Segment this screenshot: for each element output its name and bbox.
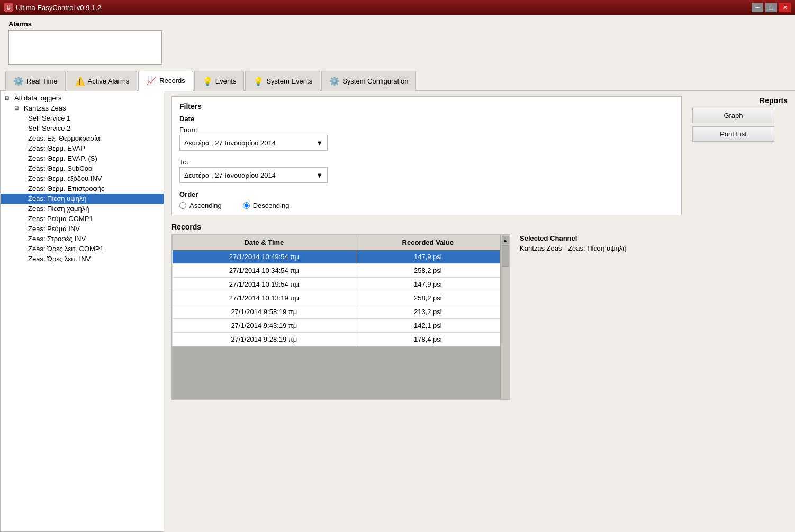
tree-therm-evap[interactable]: Zeas: Θερμ. EVAP — [1, 143, 164, 153]
tab-realtime-label: Real Time — [26, 77, 58, 85]
tree-therm-evaps[interactable]: Zeas: Θερμ. EVAP. (S) — [1, 153, 164, 163]
tab-systemevents[interactable]: 💡 System Events — [245, 71, 320, 91]
order-radio-group: Ascending Descending — [179, 201, 674, 209]
tree-kantzas-zeas[interactable]: ⊟ Kantzas Zeas — [1, 103, 164, 113]
tab-events[interactable]: 💡 Events — [194, 71, 245, 91]
right-panel: Filters Date From: Δευτέρα , 27 Ιανουαρί… — [164, 91, 795, 532]
date-label: Date — [179, 115, 674, 123]
app-icon: U — [4, 3, 13, 12]
records-section: Records Date & Time Recorded Value — [171, 223, 788, 400]
tree-strofes-inv[interactable]: Zeas: Στροφές INV — [1, 234, 164, 244]
tree-therm-evap-label: Zeas: Θερμ. EVAP — [28, 144, 85, 152]
systemconfig-icon: ⚙️ — [329, 76, 340, 86]
tree-therm-subcool[interactable]: Zeas: Θερμ. SubCool — [1, 163, 164, 173]
tree-selfservice1[interactable]: Self Service 1 — [1, 113, 164, 123]
table-row[interactable]: 27/1/2014 9:28:19 πμ 178,4 psi — [173, 333, 500, 346]
main-window: Alarms ⚙️ Real Time ⚠️ Active Alarms 📈 R… — [0, 15, 795, 532]
main-body: ⊟ All data loggers ⊟ Kantzas Zeas Self S… — [0, 91, 795, 532]
tab-systemconfig[interactable]: ⚙️ System Configuration — [321, 71, 416, 91]
tree-piesi-xamili-label: Zeas: Πίεση χαμηλή — [28, 205, 89, 213]
table-row[interactable]: 27/1/2014 9:43:19 πμ 142,1 psi — [173, 319, 500, 333]
tree-revma-inv[interactable]: Zeas: Ρεύμα INV — [1, 224, 164, 234]
table-row[interactable]: 27/1/2014 10:13:19 πμ 258,2 psi — [173, 291, 500, 305]
from-label: From: — [179, 126, 674, 134]
table-wrapper: Date & Time Recorded Value 27/1/2014 10:… — [171, 234, 510, 400]
cell-datetime: 27/1/2014 10:19:54 πμ — [173, 278, 356, 291]
from-dropdown[interactable]: Δευτέρα , 27 Ιανουαρίου 2014 ▼ Δευτέρα ,… — [179, 135, 328, 151]
table-scrollbar[interactable]: ▲ — [500, 235, 510, 399]
table-row[interactable]: 27/1/2014 9:58:19 πμ 213,2 psi — [173, 305, 500, 319]
tree-selfservice2-label: Self Service 2 — [28, 124, 70, 132]
app-title: Ultima EasyControl v0.9.1.2 — [16, 4, 101, 12]
events-icon: 💡 — [202, 76, 213, 86]
table-row[interactable]: 27/1/2014 10:49:54 πμ 147,9 psi — [173, 250, 500, 264]
table-row[interactable]: 27/1/2014 10:34:54 πμ 258,2 psi — [173, 264, 500, 278]
tab-realtime[interactable]: ⚙️ Real Time — [5, 71, 66, 91]
table-row[interactable]: 27/1/2014 10:19:54 πμ 147,9 psi — [173, 278, 500, 291]
descending-label: Descending — [253, 201, 290, 209]
cell-value: 178,4 psi — [356, 333, 500, 346]
tab-activealarms[interactable]: ⚠️ Active Alarms — [67, 71, 138, 91]
selected-channel-label: Selected Channel — [520, 234, 626, 242]
tab-systemconfig-label: System Configuration — [342, 77, 408, 85]
descending-input[interactable] — [243, 202, 250, 209]
alarms-box — [8, 30, 162, 65]
tree-root[interactable]: ⊟ All data loggers — [1, 93, 164, 103]
tree-strofes-inv-label: Zeas: Στροφές INV — [28, 235, 86, 243]
order-title: Order — [179, 190, 674, 198]
scroll-up-icon[interactable]: ▲ — [502, 236, 509, 244]
reports-box: Reports Graph Print List — [692, 96, 788, 215]
to-group: To: Δευτέρα , 27 Ιανουαρίου 2014 ▼ Δευτέ… — [179, 158, 674, 183]
filters-reports-row: Filters Date From: Δευτέρα , 27 Ιανουαρί… — [171, 96, 788, 215]
tree-ores-inv[interactable]: Zeas: Ώρες λειτ. INV — [1, 254, 164, 264]
tree-piesi-xamili[interactable]: Zeas: Πίεση χαμηλή — [1, 204, 164, 214]
activealarms-icon: ⚠️ — [75, 76, 85, 86]
tabs-bar: ⚙️ Real Time ⚠️ Active Alarms 📈 Records … — [0, 70, 795, 91]
tree-selfservice2[interactable]: Self Service 2 — [1, 123, 164, 133]
sidebar: ⊟ All data loggers ⊟ Kantzas Zeas Self S… — [0, 91, 164, 532]
tree-root-label: All data loggers — [14, 94, 62, 102]
print-list-button[interactable]: Print List — [692, 126, 774, 142]
table-inner: Date & Time Recorded Value 27/1/2014 10:… — [172, 235, 500, 399]
tree-revma-comp1[interactable]: Zeas: Ρεύμα COMP1 — [1, 214, 164, 224]
tab-events-label: Events — [215, 77, 237, 85]
records-content: Date & Time Recorded Value 27/1/2014 10:… — [171, 234, 788, 400]
selected-channel-value: Kantzas Zeas - Zeas: Πίεση υψηλή — [520, 244, 626, 252]
ascending-label: Ascending — [189, 201, 222, 209]
maximize-button[interactable]: □ — [765, 3, 777, 12]
tree-therm-epistrofis[interactable]: Zeas: Θερμ. Επιστροφής — [1, 184, 164, 194]
ascending-input[interactable] — [179, 202, 186, 209]
tree-therm-evaps-label: Zeas: Θερμ. EVAP. (S) — [28, 154, 97, 162]
tree-therm-exodou[interactable]: Zeas: Θερμ. εξόδου INV — [1, 173, 164, 184]
descending-radio[interactable]: Descending — [243, 201, 290, 209]
tree-ores-comp1[interactable]: Zeas: Ώρες λειτ. COMP1 — [1, 244, 164, 254]
systemevents-icon: 💡 — [253, 76, 264, 86]
cell-value: 142,1 psi — [356, 319, 500, 333]
alarms-label: Alarms — [8, 20, 787, 28]
col-value: Recorded Value — [356, 235, 500, 250]
cell-datetime: 27/1/2014 9:58:19 πμ — [173, 305, 356, 319]
tree-therm-epistrofis-label: Zeas: Θερμ. Επιστροφής — [28, 185, 104, 192]
cell-value: 147,9 psi — [356, 250, 500, 264]
tree-selfservice1-label: Self Service 1 — [28, 114, 70, 122]
to-dropdown[interactable]: Δευτέρα , 27 Ιανουαρίου 2014 ▼ Δευτέρα ,… — [179, 167, 328, 183]
minimize-button[interactable]: ─ — [752, 3, 763, 12]
tree-ex-thermokrasia-label: Zeas: Εξ. Θερμοκρασία — [28, 134, 100, 142]
title-bar: U Ultima EasyControl v0.9.1.2 ─ □ ✕ — [0, 0, 795, 15]
cell-value: 258,2 psi — [356, 291, 500, 305]
cell-datetime: 27/1/2014 10:13:19 πμ — [173, 291, 356, 305]
filters-title: Filters — [179, 102, 674, 111]
scroll-thumb[interactable] — [502, 245, 509, 267]
cell-datetime: 27/1/2014 10:34:54 πμ — [173, 264, 356, 278]
tree-therm-subcool-label: Zeas: Θερμ. SubCool — [28, 164, 94, 172]
graph-button[interactable]: Graph — [692, 108, 774, 123]
tree-ex-thermokrasia[interactable]: Zeas: Εξ. Θερμοκρασία — [1, 133, 164, 143]
records-icon: 📈 — [146, 76, 157, 86]
tree-piesi-upsili[interactable]: Zeas: Πίεση υψηλή — [1, 194, 164, 204]
close-button[interactable]: ✕ — [779, 3, 791, 12]
tree-piesi-upsili-label: Zeas: Πίεση υψηλή — [28, 195, 86, 203]
from-group: From: Δευτέρα , 27 Ιανουαρίου 2014 ▼ Δευ… — [179, 126, 674, 151]
ascending-radio[interactable]: Ascending — [179, 201, 222, 209]
tab-records[interactable]: 📈 Records — [138, 71, 193, 91]
root-expand-icon: ⊟ — [5, 95, 12, 101]
